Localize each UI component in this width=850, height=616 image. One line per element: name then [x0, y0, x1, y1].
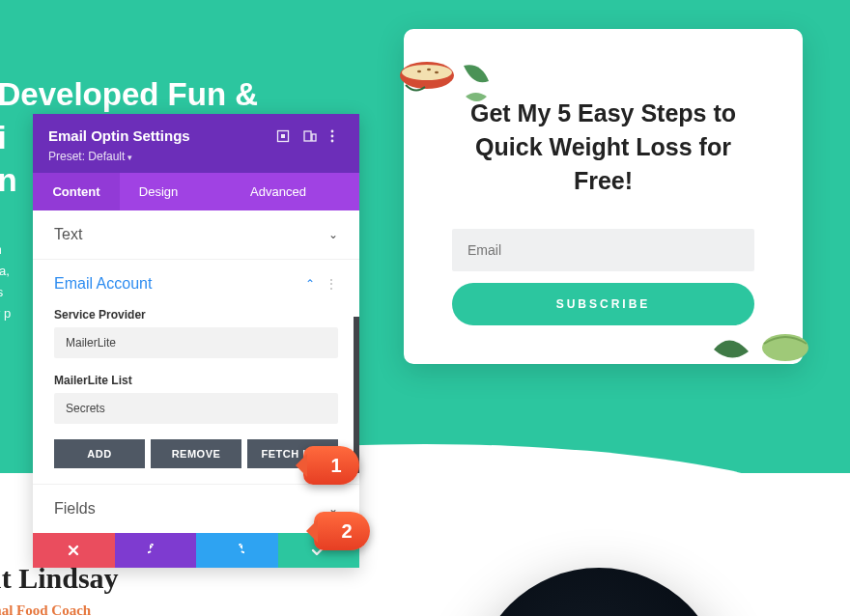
list-label: MailerLite List — [54, 374, 338, 387]
svg-rect-9 — [312, 134, 316, 141]
focus-icon[interactable] — [276, 129, 290, 143]
section-email-toggle[interactable]: Email Account ⌃ ⋮ — [54, 275, 338, 293]
svg-point-10 — [331, 129, 334, 132]
provider-select[interactable]: MailerLite — [54, 327, 338, 358]
optin-heading-l1: Get My 5 Easy Steps to — [470, 99, 736, 126]
section-fields-title: Fields — [54, 500, 96, 518]
fruit-illustration-top-left — [398, 58, 504, 116]
section-text-toggle[interactable]: Text ⌄ — [54, 226, 338, 243]
undo-icon — [148, 544, 163, 557]
optin-card: Get My 5 Easy Steps to Quick Weight Loss… — [404, 29, 803, 364]
svg-point-4 — [435, 71, 439, 73]
undo-button[interactable] — [115, 533, 197, 568]
fruit-illustration-bottom-right — [704, 311, 810, 369]
about-section: out Lindsay ssional Food Coach — [0, 562, 119, 616]
hero-line2: ali — [0, 120, 7, 155]
hero-line3: lan — [0, 162, 17, 198]
email-input[interactable] — [452, 229, 754, 271]
hero-line1: e Developed Fun & — [0, 76, 258, 112]
section-fields-toggle[interactable]: Fields ⌄ — [54, 500, 338, 518]
tab-advanced[interactable]: Advanced — [197, 173, 359, 210]
avatar-circle — [473, 568, 724, 616]
svg-point-1 — [402, 65, 452, 80]
section-text-title: Text — [54, 226, 82, 243]
panel-title: Email Optin Settings — [48, 127, 190, 144]
responsive-icon[interactable] — [303, 129, 317, 143]
svg-point-3 — [427, 69, 431, 70]
svg-point-11 — [331, 134, 334, 137]
chevron-up-icon: ⌃ — [305, 277, 315, 291]
tab-content[interactable]: Content — [33, 173, 120, 210]
svg-point-12 — [331, 139, 334, 142]
section-email-title: Email Account — [54, 275, 152, 293]
remove-button[interactable]: REMOVE — [151, 439, 241, 468]
annotation-badge-2: 2 — [314, 512, 370, 550]
tab-design[interactable]: Design — [120, 173, 197, 210]
list-select[interactable]: Secrets — [54, 393, 338, 424]
more-icon[interactable] — [330, 129, 344, 143]
section-more-icon[interactable]: ⋮ — [325, 276, 338, 292]
svg-point-5 — [762, 334, 808, 361]
svg-point-2 — [417, 70, 421, 72]
redo-button[interactable] — [196, 533, 278, 568]
provider-label: Service Provider — [54, 308, 338, 322]
close-icon — [67, 544, 80, 557]
panel-header[interactable]: Email Optin Settings Preset: Default — [33, 114, 359, 173]
section-text: Text ⌄ — [33, 210, 359, 260]
optin-heading-l2: Quick Weight Loss for Free! — [475, 133, 731, 194]
scrollbar[interactable] — [354, 317, 359, 473]
svg-rect-7 — [281, 134, 285, 138]
preset-dropdown[interactable]: Preset: Default — [48, 150, 344, 163]
redo-icon — [229, 544, 244, 557]
panel-tabs: Content Design Advanced — [33, 173, 359, 210]
about-subheading: ssional Food Coach — [0, 602, 119, 616]
svg-rect-8 — [304, 131, 311, 141]
annotation-badge-1: 1 — [303, 446, 359, 485]
close-button[interactable] — [33, 533, 115, 568]
add-button[interactable]: ADD — [54, 439, 145, 468]
settings-panel: Email Optin Settings Preset: Default Con… — [33, 114, 359, 568]
panel-body: Text ⌄ Email Account ⌃ ⋮ Service Provide… — [33, 210, 359, 533]
chevron-down-icon: ⌄ — [328, 228, 338, 241]
